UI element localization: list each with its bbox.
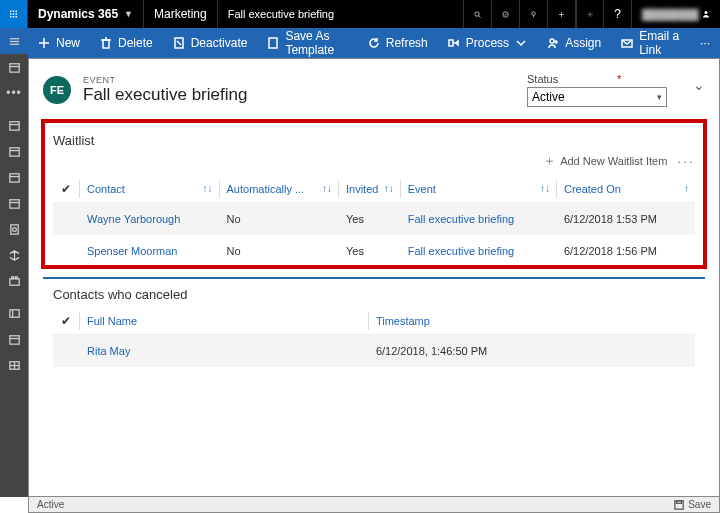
- user-name[interactable]: ████████: [632, 0, 692, 28]
- sort-icon: ↑↓: [322, 183, 332, 194]
- process-button[interactable]: Process: [438, 28, 537, 58]
- page-body: FE EVENT Fall executive briefing Status*…: [28, 58, 720, 497]
- expand-header-button[interactable]: ⌄: [693, 77, 705, 93]
- module-name[interactable]: Marketing: [144, 0, 218, 28]
- col-invited[interactable]: Invited↑↓: [338, 176, 400, 203]
- search-button[interactable]: [464, 0, 492, 28]
- sort-icon: ↑↓: [540, 183, 550, 194]
- required-indicator: *: [617, 73, 621, 85]
- col-timestamp[interactable]: Timestamp: [368, 308, 695, 335]
- svg-rect-3: [10, 13, 12, 15]
- svg-rect-1: [13, 11, 15, 13]
- svg-line-10: [479, 15, 481, 17]
- event-link[interactable]: Fall executive briefing: [400, 203, 556, 236]
- canceled-title: Contacts who canceled: [53, 287, 695, 302]
- sort-icon: ↑↓: [384, 183, 394, 194]
- product-switcher[interactable]: Dynamics 365 ▼: [28, 0, 144, 28]
- cell-invited: Yes: [338, 203, 400, 236]
- svg-rect-36: [9, 121, 18, 129]
- status-select[interactable]: Active ▾: [527, 87, 667, 107]
- rail-item-1[interactable]: [0, 112, 28, 138]
- record-header: FE EVENT Fall executive briefing Status*…: [43, 73, 705, 107]
- settings-button[interactable]: [576, 0, 604, 28]
- delete-button[interactable]: Delete: [90, 28, 163, 58]
- select-all-checkbox[interactable]: ✔: [53, 176, 79, 203]
- email-label: Email a Link: [639, 29, 680, 57]
- svg-rect-5: [16, 13, 18, 15]
- sort-icon: ↑↓: [203, 183, 213, 194]
- task-button[interactable]: [492, 0, 520, 28]
- col-event[interactable]: Event↑↓: [400, 176, 556, 203]
- rail-item-7[interactable]: [0, 268, 28, 294]
- canceled-table: ✔ Full Name Timestamp Rita May 6/12/2018…: [53, 308, 695, 367]
- waitlist-more-button[interactable]: ···: [677, 153, 695, 169]
- rail-item-5[interactable]: [0, 216, 28, 242]
- rail-item-10[interactable]: [0, 352, 28, 378]
- assign-button[interactable]: Assign: [537, 28, 611, 58]
- cell-auto: No: [219, 235, 338, 267]
- col-auto[interactable]: Automatically ...↑↓: [219, 176, 338, 203]
- rail-item-6[interactable]: [0, 242, 28, 268]
- svg-rect-25: [269, 38, 277, 48]
- svg-rect-20: [103, 40, 109, 48]
- svg-rect-48: [15, 276, 17, 278]
- table-row[interactable]: Spenser Moorman No Yes Fall executive br…: [53, 235, 695, 267]
- record-status-text: Active: [37, 499, 64, 510]
- waitlist-table: ✔ Contact↑↓ Automatically ...↑↓ Invited↑…: [53, 176, 695, 267]
- rail-item-2[interactable]: [0, 138, 28, 164]
- contact-link[interactable]: Spenser Moorman: [79, 235, 219, 267]
- svg-point-12: [532, 11, 536, 15]
- cell-timestamp: 6/12/2018, 1:46:50 PM: [368, 335, 695, 368]
- table-row[interactable]: Rita May 6/12/2018, 1:46:50 PM: [53, 335, 695, 368]
- rail-item-recent[interactable]: [0, 54, 28, 80]
- svg-rect-38: [9, 147, 18, 155]
- plus-icon: ＋: [543, 152, 556, 170]
- col-full-name[interactable]: Full Name: [79, 308, 368, 335]
- rail-item-8[interactable]: [0, 300, 28, 326]
- email-link-button[interactable]: Email a Link: [611, 28, 690, 58]
- add-button[interactable]: [548, 0, 576, 28]
- svg-rect-34: [9, 63, 18, 71]
- status-bar: Active Save: [28, 497, 720, 513]
- rail-menu-button[interactable]: [0, 28, 28, 54]
- add-waitlist-item-button[interactable]: ＋Add New Waitlist Item: [543, 152, 667, 170]
- assign-label: Assign: [565, 36, 601, 50]
- refresh-button[interactable]: Refresh: [358, 28, 438, 58]
- svg-rect-49: [9, 309, 18, 316]
- svg-line-24: [177, 41, 181, 45]
- col-contact[interactable]: Contact↑↓: [79, 176, 219, 203]
- svg-rect-47: [11, 276, 13, 278]
- more-commands-button[interactable]: ···: [690, 28, 720, 58]
- col-created[interactable]: Created On↑: [556, 176, 695, 203]
- select-all-checkbox[interactable]: ✔: [53, 308, 79, 335]
- table-row[interactable]: Wayne Yarborough No Yes Fall executive b…: [53, 203, 695, 236]
- add-waitlist-label: Add New Waitlist Item: [560, 155, 667, 167]
- help-button[interactable]: ?: [604, 0, 632, 28]
- chevron-down-icon: ▼: [124, 9, 133, 19]
- product-name: Dynamics 365: [38, 7, 118, 21]
- command-bar: New Delete Deactivate Save As Template R…: [0, 28, 720, 58]
- app-launcher-button[interactable]: [0, 0, 28, 28]
- new-button[interactable]: New: [28, 28, 90, 58]
- contact-link[interactable]: Rita May: [79, 335, 368, 368]
- svg-rect-40: [9, 173, 18, 181]
- rail-item-3[interactable]: [0, 164, 28, 190]
- breadcrumb[interactable]: Fall executive briefing: [218, 0, 464, 28]
- rail-item-4[interactable]: [0, 190, 28, 216]
- waitlist-panel: Waitlist ＋Add New Waitlist Item ··· ✔ Co…: [43, 121, 705, 267]
- contact-link[interactable]: Wayne Yarborough: [79, 203, 219, 236]
- svg-point-45: [12, 227, 16, 231]
- status-value: Active: [532, 90, 565, 104]
- rail-item-9[interactable]: [0, 326, 28, 352]
- record-badge: FE: [43, 76, 71, 104]
- event-link[interactable]: Fall executive briefing: [400, 235, 556, 267]
- chevron-down-icon: ▾: [657, 92, 662, 102]
- insights-button[interactable]: [520, 0, 548, 28]
- deactivate-button[interactable]: Deactivate: [163, 28, 258, 58]
- save-as-template-button[interactable]: Save As Template: [257, 28, 357, 58]
- rail-item-more[interactable]: •••: [0, 80, 28, 106]
- save-button[interactable]: Save: [674, 499, 711, 510]
- svg-rect-46: [9, 278, 18, 285]
- save-label: Save: [688, 499, 711, 510]
- svg-point-17: [705, 11, 708, 14]
